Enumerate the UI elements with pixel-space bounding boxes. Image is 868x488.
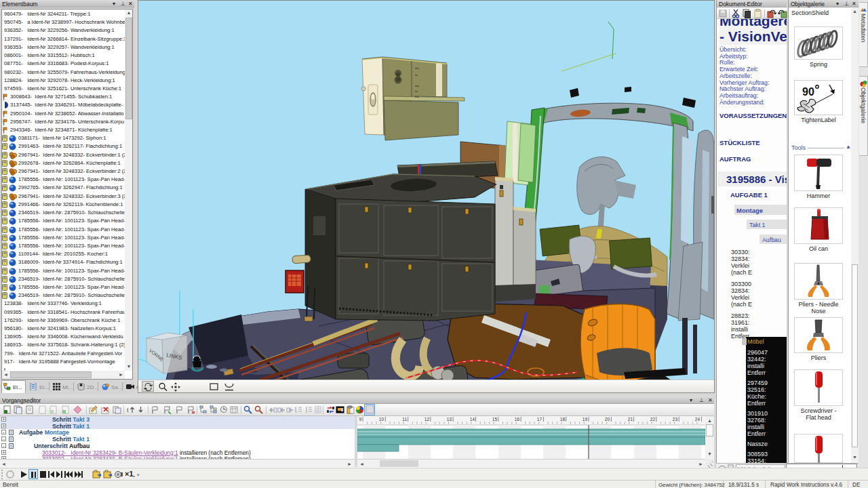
svg-text:23: 23 [673,417,678,422]
svg-text:90: 90 [802,86,814,98]
svg-text:14: 14 [470,417,475,422]
svg-text:19: 19 [583,417,588,422]
svg-text:9: 9 [359,417,361,422]
svg-text:22: 22 [650,417,656,422]
svg-text:18: 18 [560,417,566,422]
svg-text:16: 16 [515,417,520,422]
svg-text:13: 13 [447,417,452,422]
svg-text:12: 12 [425,417,430,422]
svg-text:17: 17 [537,417,542,422]
svg-text:24: 24 [695,417,701,422]
svg-text:15: 15 [492,417,498,422]
svg-text:20: 20 [605,417,610,422]
svg-text:t: t [127,406,129,413]
svg-text:21: 21 [628,417,633,422]
svg-text:10: 10 [379,417,384,422]
svg-text:11: 11 [402,417,407,422]
